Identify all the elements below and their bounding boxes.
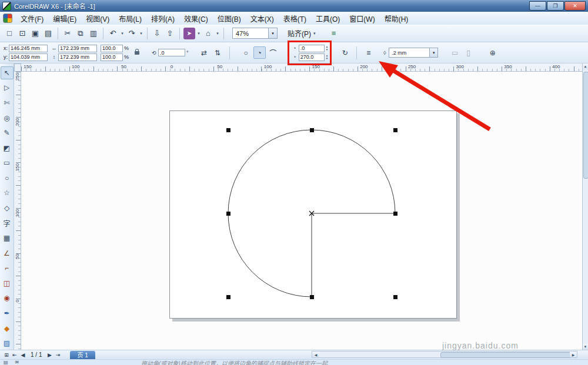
- text-tool[interactable]: 字: [1, 217, 14, 230]
- table-tool[interactable]: ▦: [1, 232, 14, 245]
- ellipse-button[interactable]: ○: [240, 46, 252, 59]
- y-position-input[interactable]: 104.039 mm: [9, 53, 48, 61]
- mail-icon[interactable]: ✉: [15, 360, 19, 365]
- menu-item-0[interactable]: 文件(F): [16, 12, 48, 25]
- vertical-ruler[interactable]: 250200150100500: [14, 72, 21, 350]
- pie-button[interactable]: ◔: [253, 46, 266, 59]
- menu-item-4[interactable]: 排列(A): [146, 12, 179, 25]
- rectangle-tool[interactable]: ▭: [1, 156, 14, 169]
- snap-to-button[interactable]: 贴齐(P) ▾: [285, 27, 319, 39]
- document-info-icon[interactable]: ▤: [4, 360, 8, 365]
- quick-customize-icon[interactable]: ⊕: [486, 46, 499, 59]
- welcome-screen-icon[interactable]: ⌂: [202, 28, 214, 39]
- scroll-up-icon[interactable]: ▲: [583, 63, 588, 69]
- selection-handle[interactable]: [310, 128, 314, 132]
- menu-item-10[interactable]: 窗口(W): [345, 12, 379, 25]
- contour-tool[interactable]: ◉: [1, 292, 14, 305]
- import-icon[interactable]: ⇩: [151, 28, 163, 39]
- menu-item-11[interactable]: 帮助(H): [380, 12, 413, 25]
- freehand-tool[interactable]: ✎: [1, 126, 14, 139]
- scroll-left-icon[interactable]: ◀: [312, 351, 319, 357]
- pick-tool[interactable]: ↖: [1, 66, 14, 79]
- drawing-canvas[interactable]: [21, 72, 582, 350]
- first-page-icon[interactable]: ⇤: [11, 352, 19, 358]
- ellipse-tool[interactable]: ○: [1, 172, 14, 185]
- welcome-screen-dropdown-caret[interactable]: ▾: [215, 31, 220, 36]
- to-front-button[interactable]: ▭: [449, 46, 461, 59]
- menu-item-8[interactable]: 表格(T): [279, 12, 311, 25]
- text-wrap-button[interactable]: ≡: [362, 46, 375, 59]
- menu-item-6[interactable]: 位图(B): [213, 12, 246, 25]
- menu-item-7[interactable]: 文本(X): [246, 12, 279, 25]
- last-page-icon[interactable]: ⇥: [54, 352, 62, 358]
- smart-fill-tool[interactable]: ◩: [1, 142, 14, 155]
- redo-icon[interactable]: ↷: [126, 28, 138, 39]
- print-icon[interactable]: ▤: [42, 28, 54, 39]
- options-icon[interactable]: ≡: [328, 28, 340, 39]
- change-direction-button[interactable]: ↻: [339, 46, 351, 59]
- rotation-angle-input[interactable]: .0: [158, 49, 185, 56]
- selection-handle[interactable]: [393, 212, 397, 216]
- pie-start-angle-input[interactable]: .0: [299, 45, 325, 52]
- fill-tool[interactable]: ◆: [1, 322, 14, 335]
- mirror-horizontal-button[interactable]: ⇄: [198, 46, 211, 59]
- ruler-origin-box[interactable]: [14, 63, 21, 72]
- spinner[interactable]: ▴▾: [326, 45, 328, 51]
- selection-handle[interactable]: [226, 212, 230, 216]
- polygon-tool[interactable]: ☆: [1, 187, 14, 200]
- to-back-button[interactable]: ▯: [462, 46, 475, 59]
- menu-item-5[interactable]: 效果(C): [179, 12, 213, 25]
- basic-shapes-tool[interactable]: ◇: [1, 202, 14, 215]
- menu-item-2[interactable]: 视图(V): [81, 12, 114, 25]
- menu-item-9[interactable]: 工具(O): [311, 12, 345, 25]
- scroll-down-icon[interactable]: ▼: [583, 344, 588, 350]
- paste-icon[interactable]: ▥: [88, 28, 99, 39]
- new-document-icon[interactable]: □: [4, 28, 15, 39]
- vertical-scrollbar[interactable]: ▲ ▼: [582, 63, 588, 350]
- page-tab[interactable]: 页 1: [70, 351, 95, 359]
- lock-ratio-button[interactable]: [132, 45, 142, 61]
- minimize-button[interactable]: —: [529, 1, 546, 11]
- spinner[interactable]: ▴▾: [326, 54, 328, 60]
- vertical-scroll-thumb[interactable]: [583, 72, 588, 179]
- pie-end-angle-input[interactable]: 270.0: [299, 53, 325, 61]
- blend-tool[interactable]: ◫: [1, 277, 14, 290]
- x-position-input[interactable]: 146.245 mm: [9, 45, 48, 52]
- next-page-icon[interactable]: ▶: [45, 352, 54, 358]
- selection-handle[interactable]: [393, 295, 397, 299]
- undo-icon[interactable]: ↶: [107, 28, 119, 39]
- scale-y-input[interactable]: 100.0: [101, 53, 123, 61]
- horizontal-scrollbar[interactable]: ◀ ▶: [312, 351, 577, 358]
- crop-tool[interactable]: ✄: [1, 96, 14, 109]
- outline-width-select[interactable]: .2 mm ▾: [389, 48, 438, 58]
- horizontal-ruler[interactable]: 15010050050100150200250300350400: [21, 63, 582, 72]
- mirror-vertical-button[interactable]: ⇅: [212, 46, 224, 59]
- menu-item-3[interactable]: 布局(L): [114, 12, 146, 25]
- cut-icon[interactable]: ✂: [62, 28, 74, 39]
- application-launcher-icon[interactable]: ➤: [183, 28, 195, 39]
- color-eyedropper-tool[interactable]: ✒: [1, 307, 14, 320]
- object-height-input[interactable]: 172.239 mm: [58, 53, 97, 61]
- maximize-button[interactable]: ❐: [547, 1, 564, 11]
- zoom-tool[interactable]: ◎: [1, 112, 14, 125]
- selection-handle[interactable]: [226, 295, 230, 299]
- scale-x-input[interactable]: 100.0: [101, 45, 123, 52]
- redo-dropdown-caret[interactable]: ▾: [139, 31, 143, 36]
- arc-button[interactable]: ⌒: [267, 46, 279, 59]
- horizontal-scroll-thumb[interactable]: [440, 352, 571, 358]
- zoom-level-select[interactable]: 47% ▾: [232, 28, 278, 39]
- selection-handle[interactable]: [393, 128, 397, 132]
- undo-dropdown-caret[interactable]: ▾: [120, 31, 125, 36]
- selection-handle[interactable]: [310, 295, 314, 299]
- connector-tool[interactable]: ⌐: [1, 262, 14, 275]
- add-page-icon[interactable]: ⊞: [2, 352, 11, 358]
- object-width-input[interactable]: 172.239 mm: [58, 45, 97, 52]
- interactive-fill-tool[interactable]: ▨: [1, 337, 14, 350]
- parallel-dimension-tool[interactable]: ∠: [1, 247, 14, 260]
- menu-item-1[interactable]: 编辑(E): [48, 12, 81, 25]
- scroll-right-icon[interactable]: ▶: [570, 351, 577, 357]
- application-launcher-dropdown-caret[interactable]: ▾: [196, 31, 201, 36]
- close-button[interactable]: ✕: [564, 1, 586, 11]
- previous-page-icon[interactable]: ◀: [19, 352, 27, 358]
- export-icon[interactable]: ⇧: [164, 28, 176, 39]
